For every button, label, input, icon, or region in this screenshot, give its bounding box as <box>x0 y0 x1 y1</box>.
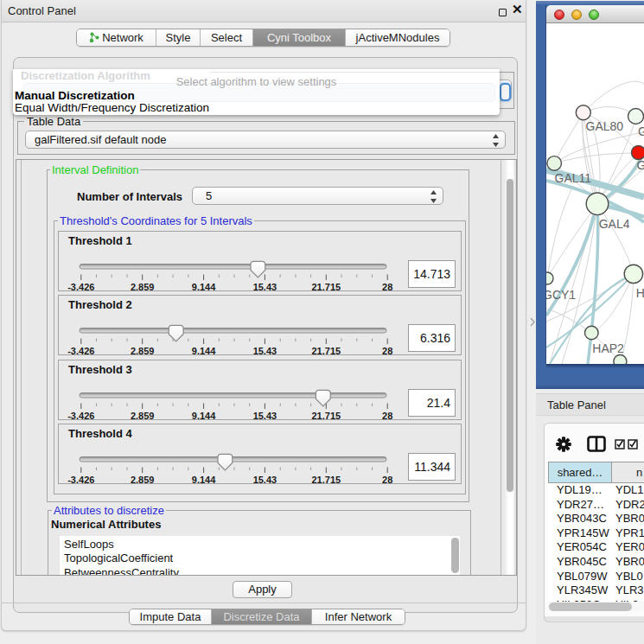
svg-text:2.859: 2.859 <box>131 346 155 356</box>
svg-text:21.715: 21.715 <box>311 411 341 421</box>
svg-text:15.43: 15.43 <box>253 411 277 421</box>
svg-text:9.144: 9.144 <box>192 282 216 292</box>
svg-text:15.43: 15.43 <box>253 346 277 356</box>
svg-text:21.715: 21.715 <box>311 346 341 356</box>
svg-text:28: 28 <box>382 475 392 485</box>
svg-text:GAL11: GAL11 <box>555 171 592 185</box>
svg-text:-3.426: -3.426 <box>67 411 94 421</box>
svg-text:-3.426: -3.426 <box>67 346 94 356</box>
svg-text:H: H <box>636 286 644 300</box>
svg-text:-3.426: -3.426 <box>67 475 94 485</box>
svg-text:28: 28 <box>382 346 392 356</box>
svg-text:15.43: 15.43 <box>253 475 277 485</box>
svg-text:9.144: 9.144 <box>192 346 216 356</box>
svg-text:2.859: 2.859 <box>131 411 155 421</box>
svg-text:2.859: 2.859 <box>131 475 155 485</box>
svg-text:GA: GA <box>638 124 644 138</box>
svg-text:HAP2: HAP2 <box>592 341 624 355</box>
svg-text:GAL4: GAL4 <box>599 217 630 231</box>
svg-text:15.43: 15.43 <box>253 282 277 292</box>
svg-text:2.859: 2.859 <box>131 282 155 292</box>
svg-text:GCY1: GCY1 <box>546 288 576 302</box>
svg-text:28: 28 <box>382 411 392 421</box>
svg-text:GAL80: GAL80 <box>586 119 624 133</box>
svg-text:9.144: 9.144 <box>192 475 216 485</box>
svg-text:28: 28 <box>382 282 392 292</box>
svg-text:-3.426: -3.426 <box>67 282 94 292</box>
svg-text:21.715: 21.715 <box>311 282 341 292</box>
svg-text:21.715: 21.715 <box>311 475 341 485</box>
svg-text:9.144: 9.144 <box>192 411 216 421</box>
svg-text:G: G <box>637 158 644 172</box>
